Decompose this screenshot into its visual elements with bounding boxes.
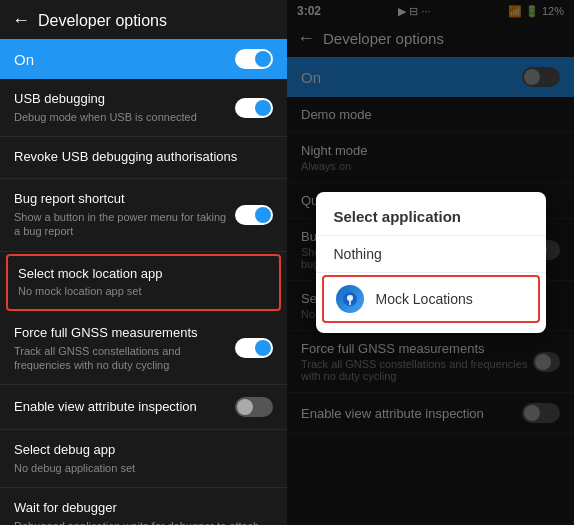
setting-revoke-text: Revoke USB debugging authorisations — [14, 149, 273, 166]
setting-view-main: Enable view attribute inspection — [14, 399, 235, 416]
setting-wait-text: Wait for debugger Debugged application w… — [14, 500, 273, 525]
select-application-modal: Select application Nothing Mock Location… — [316, 192, 546, 333]
setting-gnss-text: Force full GNSS measurements Track all G… — [14, 325, 235, 372]
modal-title: Select application — [316, 192, 546, 235]
left-on-bar[interactable]: On — [0, 39, 287, 79]
setting-view-toggle[interactable] — [235, 397, 273, 417]
setting-debug-text: Select debug app No debug application se… — [14, 442, 273, 475]
setting-wait-main: Wait for debugger — [14, 500, 273, 517]
setting-debug-sub: No debug application set — [14, 461, 273, 475]
setting-bug-sub: Show a button in the power menu for taki… — [14, 210, 235, 239]
left-on-label: On — [14, 51, 34, 68]
mock-locations-icon — [336, 285, 364, 313]
setting-usb-debugging[interactable]: USB debugging Debug mode when USB is con… — [0, 79, 287, 137]
setting-revoke-usb[interactable]: Revoke USB debugging authorisations — [0, 137, 287, 179]
left-panel: ← Developer options On USB debugging Deb… — [0, 0, 287, 525]
modal-divider-mid — [316, 272, 546, 273]
left-items-list: USB debugging Debug mode when USB is con… — [0, 79, 287, 525]
setting-debug-app[interactable]: Select debug app No debug application se… — [0, 430, 287, 488]
modal-option-mock-label: Mock Locations — [376, 291, 473, 307]
svg-point-1 — [347, 295, 353, 301]
setting-usb-toggle[interactable] — [235, 98, 273, 118]
modal-bottom-space — [316, 325, 546, 333]
setting-mock-text: Select mock location app No mock locatio… — [18, 266, 269, 299]
modal-option-nothing-label: Nothing — [334, 246, 382, 262]
setting-bug-text: Bug report shortcut Show a button in the… — [14, 191, 235, 238]
setting-mock-sub: No mock location app set — [18, 284, 269, 298]
setting-bug-toggle[interactable] — [235, 205, 273, 225]
modal-option-nothing[interactable]: Nothing — [316, 236, 546, 272]
setting-bug-report[interactable]: Bug report shortcut Show a button in the… — [0, 179, 287, 251]
right-panel: 3:02 ▶ ⊟ ··· 📶 🔋 12% ← Developer options… — [287, 0, 574, 525]
setting-debug-main: Select debug app — [14, 442, 273, 459]
modal-option-mock-locations[interactable]: Mock Locations — [322, 275, 540, 323]
left-header: ← Developer options — [0, 0, 287, 39]
left-on-toggle[interactable] — [235, 49, 273, 69]
setting-usb-sub: Debug mode when USB is connected — [14, 110, 235, 124]
setting-view-text: Enable view attribute inspection — [14, 399, 235, 416]
setting-select-mock[interactable]: Select mock location app No mock locatio… — [6, 254, 281, 311]
left-back-icon[interactable]: ← — [12, 10, 30, 31]
setting-revoke-main: Revoke USB debugging authorisations — [14, 149, 273, 166]
setting-mock-main: Select mock location app — [18, 266, 269, 283]
modal-overlay[interactable]: Select application Nothing Mock Location… — [287, 0, 574, 525]
setting-force-gnss[interactable]: Force full GNSS measurements Track all G… — [0, 313, 287, 385]
setting-view-attr[interactable]: Enable view attribute inspection — [0, 385, 287, 430]
setting-wait-debugger[interactable]: Wait for debugger Debugged application w… — [0, 488, 287, 525]
setting-usb-text: USB debugging Debug mode when USB is con… — [14, 91, 235, 124]
setting-gnss-main: Force full GNSS measurements — [14, 325, 235, 342]
left-title: Developer options — [38, 12, 167, 30]
setting-gnss-sub: Track all GNSS constellations and freque… — [14, 344, 235, 373]
setting-gnss-toggle[interactable] — [235, 338, 273, 358]
setting-wait-sub: Debugged application waits for debugger … — [14, 519, 273, 525]
setting-usb-main: USB debugging — [14, 91, 235, 108]
setting-bug-main: Bug report shortcut — [14, 191, 235, 208]
